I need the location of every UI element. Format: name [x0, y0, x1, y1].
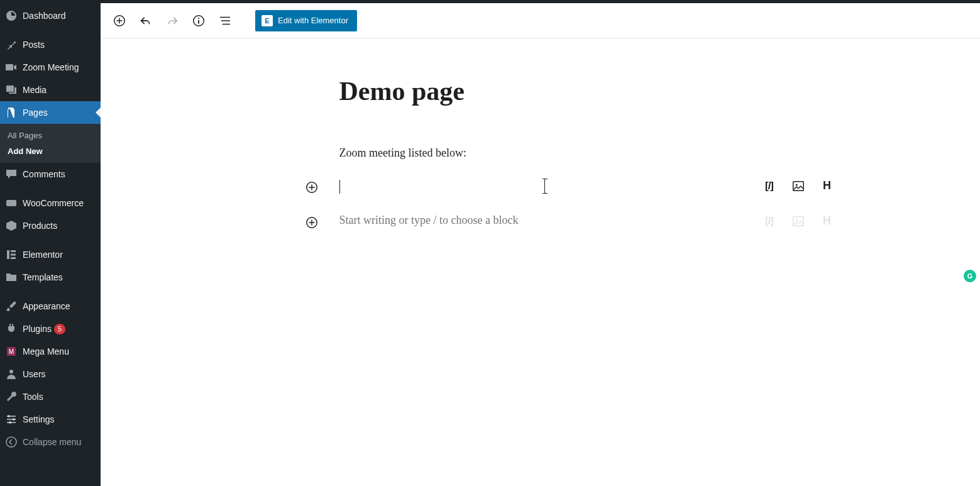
sidebar-item-label: Comments: [23, 169, 65, 179]
folder-icon: [5, 271, 18, 284]
text-cursor-icon: [544, 179, 546, 194]
sidebar-item-label: Templates: [23, 272, 63, 282]
sidebar-item-label: Pages: [23, 108, 48, 118]
submenu-add-new[interactable]: Add New: [0, 143, 101, 159]
brush-icon: [5, 300, 18, 312]
sidebar-item-zoom-meeting[interactable]: Zoom Meeting: [0, 56, 101, 79]
svg-text:M: M: [9, 348, 14, 355]
empty-block-row: [/] H: [339, 179, 742, 197]
sidebar-item-dashboard[interactable]: Dashboard: [0, 3, 101, 27]
media-icon: [5, 84, 18, 96]
sidebar-item-users[interactable]: Users: [0, 363, 101, 385]
collapse-icon: [5, 436, 18, 448]
editor-canvas[interactable]: Demo page Zoom meeting listed below: [/]…: [101, 38, 980, 486]
sidebar-item-label: Posts: [23, 40, 45, 50]
sidebar-item-tools[interactable]: Tools: [0, 385, 101, 408]
plugins-badge: 5: [54, 324, 65, 334]
sidebar-item-label: Settings: [23, 414, 55, 424]
pin-icon: [5, 38, 18, 51]
sidebar-item-label: Mega Menu: [23, 346, 69, 356]
editor-toolbar: E Edit with Elementor: [101, 3, 980, 38]
elementor-button-label: Edit with Elementor: [278, 16, 348, 25]
block-shortcuts-faded: [/] H: [762, 214, 835, 229]
redo-button[interactable]: [161, 9, 184, 32]
heading-block-button: H: [820, 214, 835, 229]
block-shortcuts: [/] H: [762, 179, 835, 194]
image-block-button: [791, 214, 806, 229]
plug-icon: [5, 323, 18, 335]
svg-point-9: [13, 418, 15, 421]
sidebar-item-label: Appearance: [23, 301, 70, 311]
svg-point-7: [9, 370, 13, 373]
add-block-button[interactable]: [108, 9, 131, 32]
svg-point-10: [9, 421, 11, 424]
grammarly-icon[interactable]: G: [964, 270, 976, 282]
sidebar-item-label: Users: [23, 369, 46, 379]
shortcode-block-button: [/]: [762, 214, 777, 229]
products-icon: [5, 219, 18, 232]
sidebar-item-elementor[interactable]: Elementor: [0, 243, 101, 266]
sliders-icon: [5, 413, 18, 426]
svg-point-18: [795, 184, 797, 186]
pages-icon: [5, 106, 18, 119]
sidebar-item-products[interactable]: Products: [0, 214, 101, 237]
edit-with-elementor-button[interactable]: E Edit with Elementor: [255, 10, 357, 31]
svg-rect-1: [7, 250, 9, 259]
sidebar-item-label: Elementor: [23, 250, 63, 260]
sidebar-item-plugins[interactable]: Plugins 5: [0, 318, 101, 340]
sidebar-item-label: Plugins: [23, 324, 52, 334]
add-block-inline-button[interactable]: [304, 180, 319, 195]
svg-rect-4: [11, 257, 16, 259]
editor-area: E Edit with Elementor Demo page Zoom mee…: [101, 3, 980, 486]
users-icon: [5, 368, 18, 380]
add-block-inline-button[interactable]: [304, 215, 319, 230]
admin-sidebar: Dashboard Posts Zoom Meeting Media Pages…: [0, 3, 101, 486]
sidebar-item-label: Media: [23, 85, 47, 95]
info-button[interactable]: [187, 9, 210, 32]
sidebar-item-appearance[interactable]: Appearance: [0, 295, 101, 318]
svg-point-14: [198, 18, 199, 19]
elementor-logo-icon: E: [262, 15, 273, 26]
svg-rect-3: [11, 254, 16, 256]
elementor-icon: [5, 248, 18, 261]
svg-rect-15: [198, 20, 199, 24]
wrench-icon: [5, 390, 18, 403]
sidebar-item-label: Zoom Meeting: [23, 62, 79, 72]
mega-menu-icon: M: [5, 345, 18, 358]
block-appender-placeholder[interactable]: Start writing or type / to choose a bloc…: [339, 214, 742, 227]
svg-point-11: [6, 437, 16, 447]
svg-rect-0: [6, 200, 16, 206]
page-title[interactable]: Demo page: [339, 76, 742, 106]
sidebar-item-templates[interactable]: Templates: [0, 266, 101, 289]
svg-rect-2: [11, 250, 16, 252]
sidebar-item-pages[interactable]: Pages: [0, 101, 101, 124]
sidebar-item-woocommerce[interactable]: WooCommerce: [0, 192, 101, 214]
appender-block-row: Start writing or type / to choose a bloc…: [339, 214, 742, 233]
undo-button[interactable]: [135, 9, 157, 32]
sidebar-item-label: Tools: [23, 392, 43, 402]
svg-point-21: [795, 219, 797, 221]
video-icon: [5, 61, 18, 74]
paragraph-block[interactable]: Zoom meeting listed below:: [339, 144, 742, 162]
comment-icon: [5, 168, 18, 180]
sidebar-item-media[interactable]: Media: [0, 79, 101, 101]
sidebar-item-label: WooCommerce: [23, 198, 84, 208]
pages-submenu: All Pages Add New: [0, 124, 101, 163]
empty-paragraph-input[interactable]: [339, 179, 742, 196]
sidebar-item-mega-menu[interactable]: M Mega Menu: [0, 340, 101, 363]
shortcode-block-button[interactable]: [/]: [762, 179, 777, 194]
submenu-all-pages[interactable]: All Pages: [0, 128, 101, 143]
sidebar-item-comments[interactable]: Comments: [0, 163, 101, 185]
sidebar-item-label: Collapse menu: [23, 437, 81, 447]
sidebar-item-label: Dashboard: [23, 11, 66, 21]
sidebar-item-posts[interactable]: Posts: [0, 33, 101, 56]
dashboard-icon: [5, 9, 18, 22]
sidebar-item-collapse[interactable]: Collapse menu: [0, 431, 101, 453]
svg-rect-20: [793, 216, 803, 226]
outline-button[interactable]: [214, 9, 236, 32]
sidebar-item-settings[interactable]: Settings: [0, 408, 101, 431]
image-block-button[interactable]: [791, 179, 806, 194]
heading-block-button[interactable]: H: [820, 179, 835, 194]
woocommerce-icon: [5, 197, 18, 209]
svg-rect-17: [793, 181, 803, 191]
